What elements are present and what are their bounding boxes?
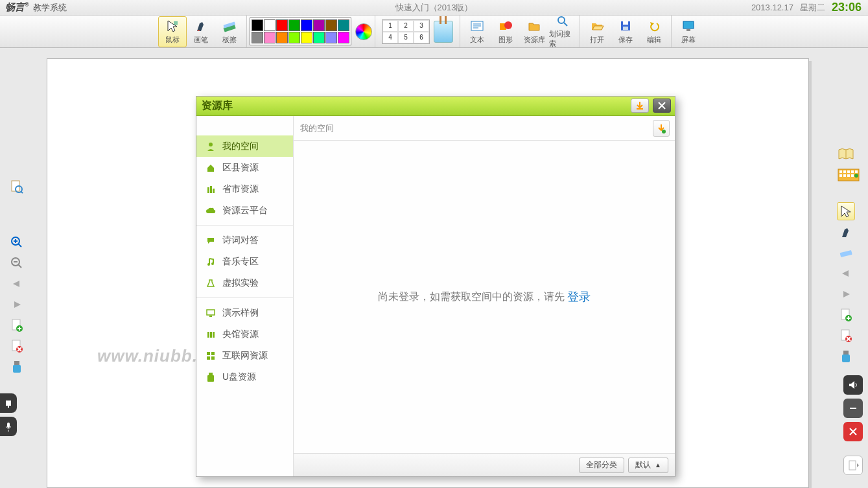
add-page-button-r[interactable] bbox=[837, 306, 855, 324]
svg-rect-27 bbox=[839, 174, 842, 177]
resource-tool[interactable]: 资源库 bbox=[520, 16, 548, 47]
svg-rect-39 bbox=[850, 408, 856, 409]
pointer-button[interactable] bbox=[837, 202, 855, 220]
edit-tool[interactable]: 编辑 bbox=[640, 16, 668, 47]
svg-rect-58 bbox=[209, 373, 213, 375]
eraser-icon bbox=[222, 18, 237, 34]
svg-rect-24 bbox=[847, 170, 850, 173]
screen-tool[interactable]: 屏幕 bbox=[674, 16, 703, 47]
dialog-download-button[interactable] bbox=[631, 99, 649, 113]
svg-rect-42 bbox=[637, 108, 643, 110]
dict-tool[interactable]: 划词搜索 bbox=[548, 16, 577, 47]
thick-1[interactable]: 1 bbox=[388, 22, 392, 29]
nav-music[interactable]: 音乐专区 bbox=[196, 251, 293, 272]
content-footer: 全部分类 默认 ▲ bbox=[294, 453, 675, 476]
zoom-in-button[interactable] bbox=[8, 233, 26, 251]
flask-icon bbox=[205, 278, 216, 288]
eraser-tool[interactable]: 板擦 bbox=[215, 16, 244, 47]
thickness-grid[interactable]: 1 2 3 4 5 6 bbox=[382, 19, 430, 44]
add-page-button[interactable] bbox=[8, 316, 26, 334]
open-tool[interactable]: 打开 bbox=[583, 16, 611, 47]
tool-group-thickness: 1 2 3 4 5 6 bbox=[375, 16, 460, 47]
color-wheel[interactable] bbox=[355, 23, 372, 40]
thick-6[interactable]: 6 bbox=[419, 34, 423, 41]
svg-point-48 bbox=[211, 262, 214, 265]
doc-preview-button[interactable] bbox=[8, 178, 26, 196]
svg-point-47 bbox=[207, 263, 210, 266]
thick-2[interactable]: 2 bbox=[404, 22, 408, 29]
content-download-button[interactable] bbox=[653, 120, 670, 137]
close-button[interactable] bbox=[843, 422, 863, 441]
svg-rect-51 bbox=[207, 332, 209, 338]
save-tool[interactable]: 保存 bbox=[611, 16, 640, 47]
thick-4[interactable]: 4 bbox=[388, 34, 392, 41]
svg-rect-10 bbox=[686, 29, 690, 31]
left-edge-buttons bbox=[0, 393, 17, 436]
dict-label: 划词搜索 bbox=[549, 29, 576, 49]
clock: 23:06 bbox=[832, 1, 862, 14]
svg-rect-41 bbox=[7, 423, 10, 428]
pen-icon bbox=[193, 18, 209, 34]
svg-rect-22 bbox=[839, 170, 842, 173]
nav-virtual-label: 虚拟实验 bbox=[222, 277, 259, 289]
next-page-button-r[interactable] bbox=[837, 285, 855, 303]
eraser-button[interactable] bbox=[837, 244, 855, 262]
color-palette[interactable] bbox=[250, 17, 351, 45]
default-button[interactable]: 默认 ▲ bbox=[628, 458, 668, 473]
nav-province[interactable]: 省市资源 bbox=[196, 178, 293, 200]
nav-demo[interactable]: 演示样例 bbox=[196, 302, 293, 323]
mic-button[interactable] bbox=[0, 417, 17, 436]
nav-cloud[interactable]: 资源云平台 bbox=[196, 200, 293, 221]
usb-button-r[interactable] bbox=[837, 347, 855, 366]
svg-point-5 bbox=[558, 17, 565, 23]
nav-national[interactable]: 央馆资源 bbox=[196, 323, 293, 345]
mouse-tool[interactable]: 鼠标 bbox=[158, 16, 187, 47]
nav-virtual[interactable]: 虚拟实验 bbox=[196, 272, 293, 294]
title-bar: 畅言® 教学系统 快速入门（2013版） 2013.12.17 星期二 23:0… bbox=[0, 0, 868, 16]
login-link[interactable]: 登录 bbox=[567, 289, 591, 305]
thick-5[interactable]: 5 bbox=[404, 34, 408, 41]
svg-point-31 bbox=[854, 174, 858, 178]
next-page-button[interactable] bbox=[8, 296, 26, 314]
app-brand: 畅言® bbox=[5, 1, 29, 14]
zoom-out-button[interactable] bbox=[8, 254, 26, 272]
right-sidebar-system bbox=[843, 375, 863, 475]
svg-rect-8 bbox=[623, 27, 628, 30]
svg-rect-23 bbox=[843, 170, 846, 173]
monitor-icon bbox=[681, 18, 696, 34]
delete-page-button-r[interactable] bbox=[837, 327, 855, 345]
document-title: 快速入门（2013版） bbox=[0, 2, 868, 14]
nav-poetry[interactable]: 诗词对答 bbox=[196, 229, 293, 251]
hand-button[interactable] bbox=[0, 393, 17, 413]
nav-usb[interactable]: U盘资源 bbox=[196, 366, 293, 388]
dialog-body: 我的空间 区县资源 省市资源 资源云平台 诗词对答 bbox=[196, 116, 675, 476]
resource-label: 资源库 bbox=[524, 35, 545, 45]
music-icon bbox=[205, 257, 216, 267]
all-categories-button[interactable]: 全部分类 bbox=[579, 458, 624, 473]
keyboard-button[interactable] bbox=[837, 166, 860, 184]
content-header: 我的空间 bbox=[294, 116, 675, 141]
svg-rect-49 bbox=[207, 310, 215, 315]
tool-group-style bbox=[247, 16, 375, 47]
minimize-button[interactable] bbox=[843, 399, 863, 418]
dialog-titlebar[interactable]: 资源库 bbox=[196, 97, 675, 116]
nav-internet[interactable]: 互联网资源 bbox=[196, 345, 293, 366]
nav-my-space[interactable]: 我的空间 bbox=[196, 135, 293, 157]
nav-district[interactable]: 区县资源 bbox=[196, 157, 293, 178]
all-categories-label: 全部分类 bbox=[586, 459, 617, 471]
prev-page-button[interactable] bbox=[8, 275, 26, 293]
text-tool[interactable]: 文本 bbox=[463, 16, 491, 47]
usb-button[interactable] bbox=[8, 358, 26, 376]
thick-3[interactable]: 3 bbox=[419, 22, 423, 29]
dialog-close-button[interactable] bbox=[653, 99, 671, 113]
pen-button[interactable] bbox=[837, 223, 855, 241]
prev-page-button-r[interactable] bbox=[837, 264, 855, 283]
book-button[interactable] bbox=[837, 145, 855, 163]
audio-button[interactable] bbox=[843, 375, 863, 395]
shape-tool[interactable]: 图形 bbox=[491, 16, 520, 47]
pen-tool[interactable]: 画笔 bbox=[187, 16, 215, 47]
delete-page-button[interactable] bbox=[8, 337, 26, 355]
page-nav-button[interactable] bbox=[843, 456, 863, 475]
svg-rect-54 bbox=[207, 352, 210, 355]
brush-cup-icon[interactable] bbox=[434, 21, 453, 43]
